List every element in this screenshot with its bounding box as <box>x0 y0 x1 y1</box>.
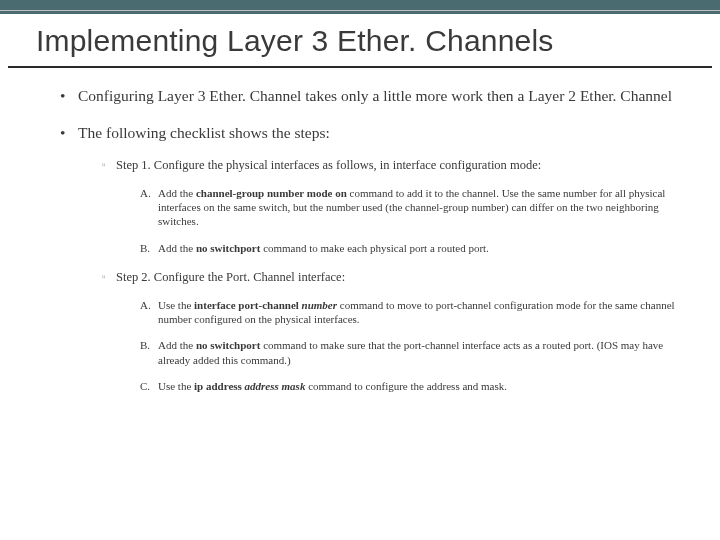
bullet-intro-2: The following checklist shows the steps:… <box>60 123 680 393</box>
slide: Implementing Layer 3 Ether. Channels Con… <box>0 0 720 540</box>
step-1b-pre: Add the <box>158 242 196 254</box>
step-1a-pre: Add the <box>158 187 196 199</box>
step-2c-pre: Use the <box>158 380 194 392</box>
step-list: Step 1. Configure the physical interface… <box>78 157 680 393</box>
step-2-text: Step 2. Configure the Port. Channel inte… <box>116 270 345 284</box>
step-1-substeps: A. Add the channel-group number mode on … <box>116 186 680 255</box>
step-2b-pre: Add the <box>158 339 196 351</box>
step-1a-cmd: channel-group number mode on <box>196 187 347 199</box>
step-2c-post: command to configure the address and mas… <box>305 380 507 392</box>
bullet-intro-2-text: The following checklist shows the steps: <box>78 124 330 141</box>
letter-a2: A. <box>140 298 151 312</box>
step-1a: A. Add the channel-group number mode on … <box>140 186 680 229</box>
letter-c: C. <box>140 379 150 393</box>
letter-a: A. <box>140 186 151 200</box>
step-1b: B. Add the no switchport command to make… <box>140 241 680 255</box>
step-2a-cmd2: number <box>302 299 337 311</box>
step-2b: B. Add the no switchport command to make… <box>140 338 680 367</box>
decorative-line <box>0 10 720 11</box>
bullet-list: Configuring Layer 3 Ether. Channel takes… <box>40 86 680 393</box>
letter-b: B. <box>140 241 150 255</box>
step-1-text: Step 1. Configure the physical interface… <box>116 158 541 172</box>
step-2c: C. Use the ip address address mask comma… <box>140 379 680 393</box>
step-1: Step 1. Configure the physical interface… <box>102 157 680 255</box>
step-2-substeps: A. Use the interface port-channel number… <box>116 298 680 393</box>
step-2b-cmd: no switchport <box>196 339 260 351</box>
step-2: Step 2. Configure the Port. Channel inte… <box>102 269 680 393</box>
letter-b2: B. <box>140 338 150 352</box>
slide-title: Implementing Layer 3 Ether. Channels <box>36 24 684 58</box>
title-container: Implementing Layer 3 Ether. Channels <box>8 14 712 68</box>
slide-body: Configuring Layer 3 Ether. Channel takes… <box>0 68 720 393</box>
decorative-top-bar <box>0 0 720 14</box>
step-1b-post: command to make each physical port a rou… <box>260 242 488 254</box>
step-2c-cmd2: address mask <box>245 380 306 392</box>
step-2a: A. Use the interface port-channel number… <box>140 298 680 327</box>
bullet-intro-1: Configuring Layer 3 Ether. Channel takes… <box>60 86 680 105</box>
step-2c-cmd1: ip address <box>194 380 245 392</box>
step-2a-cmd1: interface port-channel <box>194 299 302 311</box>
step-2a-pre: Use the <box>158 299 194 311</box>
step-1b-cmd: no switchport <box>196 242 260 254</box>
